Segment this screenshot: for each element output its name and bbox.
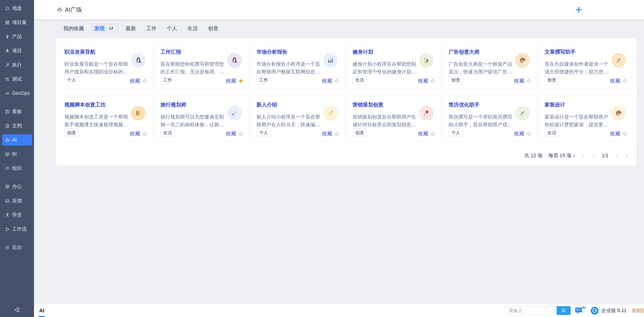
- card-category-tag: 工作: [256, 76, 271, 84]
- sidebar-divider: [4, 238, 30, 238]
- card-description: 视频脚本创意工房是一个帮助新手视频博主快速梳理视频…: [64, 113, 129, 129]
- search-box: [505, 306, 570, 315]
- tab-label: 工作: [146, 25, 156, 32]
- star-empty-icon: [526, 131, 532, 136]
- last-page-button[interactable]: [625, 154, 629, 158]
- sidebar-item-办公[interactable]: OA办公: [2, 181, 32, 192]
- favorite-label: 收藏: [418, 130, 428, 137]
- sidebar-item-执行[interactable]: 执行: [2, 59, 32, 71]
- next-page-button[interactable]: [615, 154, 619, 158]
- sidebar-item-label: 看板: [12, 108, 22, 115]
- sidebar-item-后台[interactable]: 后台: [2, 242, 32, 253]
- sidebar-item-测试[interactable]: 测试: [2, 74, 32, 85]
- sidebar-item-看板[interactable]: 看板: [2, 106, 32, 117]
- favorite-button[interactable]: 收藏: [130, 77, 148, 84]
- sidebar-item-文档[interactable]: 文档: [2, 120, 32, 131]
- favorite-label: 收藏: [322, 130, 332, 137]
- star-empty-icon: [238, 131, 244, 136]
- sidebar-item-label: 文档: [12, 122, 22, 129]
- card-category-tag: 个人: [448, 129, 463, 137]
- favorite-button[interactable]: 收藏: [226, 77, 244, 84]
- favorite-button[interactable]: 收藏: [322, 77, 340, 84]
- sidebar-item-AI[interactable]: AI: [2, 134, 32, 146]
- bottom-tab-ai[interactable]: AI: [39, 304, 44, 317]
- app-card[interactable]: 广告创意大师 广告创意大师是一个根据产品卖点，快速为用户提供广告… 创意 收藏: [443, 42, 537, 89]
- add-button[interactable]: [575, 6, 583, 14]
- sidebar-item-BI[interactable]: BI: [2, 148, 32, 160]
- card-category-tag: 创意: [544, 76, 559, 84]
- sidebar-item-工作流[interactable]: 工作流: [2, 223, 32, 235]
- first-page-button[interactable]: [581, 154, 585, 158]
- sidebar-item-学堂[interactable]: 学堂: [2, 209, 32, 221]
- sidebar-divider: [4, 102, 30, 102]
- school-icon: [5, 212, 10, 217]
- app-card[interactable]: 家装设计 家装设计是一个旨在帮助用户轻松设计梦想家居，提供更… 生活 收藏: [539, 94, 633, 142]
- desert-icon: [419, 53, 434, 68]
- card-description: 健身计划小程序旨在帮助您制定和管理个性化的健身计划…: [352, 60, 418, 76]
- rocket-icon: [5, 48, 10, 53]
- favorite-button[interactable]: 收藏: [418, 130, 436, 137]
- sidebar-item-组织[interactable]: 组织: [2, 163, 32, 174]
- monitor-chart-icon: [5, 152, 10, 157]
- kanban-icon: [5, 109, 10, 114]
- sidebar-item-反馈[interactable]: 反馈: [2, 195, 32, 206]
- sidebar-item-label: 执行: [12, 62, 22, 68]
- per-page-select[interactable]: 每页 15 项 ▾: [548, 152, 575, 159]
- app-card[interactable]: 新人介绍 新人介绍小程序是一个旨在帮助用户在入职当天，快速编… 个人 收藏: [251, 94, 345, 142]
- card-description: 职业发展导航是一个旨在帮助用户规划和实现职业目标的A…: [64, 60, 129, 76]
- app-card[interactable]: 工作汇报 旨在帮助您轻松撰写和管理您的工作汇报。无论是每周、… 工作 收藏: [155, 42, 249, 89]
- tab-工作[interactable]: 工作: [143, 23, 160, 34]
- card-description: 旅行规划师可以为您量身定制独一无二的旅程体验，让旅…: [160, 113, 226, 129]
- robot-icon: [57, 7, 62, 13]
- favorite-button[interactable]: 收藏: [514, 77, 532, 84]
- sidebar-nav: 地盘项目集产品项目执行测试DevOps看板文档AIBI组织OA办公反馈学堂工作流…: [0, 0, 34, 253]
- tab-生活[interactable]: 生活: [184, 23, 201, 34]
- search-button[interactable]: [557, 306, 570, 315]
- search-input[interactable]: [505, 306, 557, 315]
- svg-text:OA: OA: [6, 185, 8, 187]
- star-empty-icon: [142, 131, 148, 136]
- sidebar-item-label: 项目: [12, 48, 22, 54]
- star-empty-icon: [142, 78, 148, 84]
- sidebar-collapse-button[interactable]: [0, 307, 34, 314]
- app-card[interactable]: 简历优化助手 简历撰写是一个求职简历撰写的小助手，旨在帮助用户优… 个人 收藏: [443, 94, 537, 142]
- sidebar: 地盘项目集产品项目执行测试DevOps看板文档AIBI组织OA办公反馈学堂工作流…: [0, 0, 34, 317]
- tab-label: 创意: [208, 25, 218, 32]
- chat-ai-label: AI: [582, 305, 586, 309]
- favorite-button[interactable]: 收藏: [610, 130, 628, 137]
- app-card[interactable]: 职业发展导航 职业发展导航是一个旨在帮助用户规划和实现职业目标的A… 个人 收藏: [59, 42, 153, 89]
- favorite-button[interactable]: 收藏: [322, 130, 340, 137]
- card-description: 家装设计是一个旨在帮助用户轻松设计梦想家居，提供更…: [544, 113, 610, 129]
- tab-我的收藏[interactable]: 我的收藏: [60, 23, 87, 34]
- gear-icon: [5, 245, 10, 250]
- favorite-button[interactable]: 收藏: [610, 77, 628, 84]
- tab-最新[interactable]: 最新: [122, 23, 139, 34]
- sidebar-item-项目集[interactable]: 项目集: [2, 17, 32, 28]
- sidebar-item-DevOps[interactable]: DevOps: [2, 88, 32, 99]
- favorite-button[interactable]: 收藏: [514, 130, 532, 137]
- pencil-icon: [323, 106, 338, 120]
- sidebar-item-项目[interactable]: 项目: [2, 45, 32, 57]
- app-card[interactable]: 健身计划 健身计划小程序旨在帮助您制定和管理个性化的健身计划… 生活 收藏: [347, 42, 441, 89]
- app-card[interactable]: 营销策划创意 营销策划创意旨在帮助用户生成针对目标受众的策划创意… 创意 收藏: [347, 94, 441, 142]
- favorite-button[interactable]: 收藏: [130, 130, 148, 137]
- sidebar-item-地盘[interactable]: 地盘: [2, 3, 32, 14]
- prev-page-button[interactable]: [591, 154, 596, 158]
- favorite-button[interactable]: 收藏: [226, 130, 244, 137]
- sidebar-item-产品[interactable]: 产品: [2, 31, 32, 42]
- card-description: 市场分析报告小程序是一个旨在帮助用户根据互联网信息…: [256, 60, 321, 76]
- tab-创意[interactable]: 创意: [205, 23, 222, 34]
- cards-grid: 职业发展导航 职业发展导航是一个旨在帮助用户规划和实现职业目标的A… 个人 收藏…: [59, 42, 633, 142]
- collapse-menu-icon: [14, 307, 20, 314]
- app-card[interactable]: 视频脚本创意工坊 视频脚本创意工房是一个帮助新手视频博主快速梳理视频… 创意 收…: [59, 94, 153, 142]
- tab-个人[interactable]: 个人: [164, 23, 180, 34]
- app-card[interactable]: 文章撰写助手 旨在为自媒体创作者提供一个强大而便捷的平台，助力您… 创意 收藏: [539, 42, 633, 89]
- ai-chat-button[interactable]: AI: [575, 306, 586, 315]
- app-card[interactable]: 旅行规划师 旅行规划师可以为您量身定制独一无二的旅程体验，让旅… 生活 收藏: [155, 94, 249, 142]
- sidebar-item-label: 项目集: [12, 19, 27, 26]
- app-card[interactable]: 市场分析报告 市场分析报告小程序是一个旨在帮助用户根据互联网信息… 工作 收藏: [251, 42, 345, 89]
- edition-link[interactable]: 旗舰版: [632, 307, 644, 314]
- favorite-button[interactable]: 收藏: [418, 77, 436, 84]
- tab-发现[interactable]: 发现12: [91, 23, 119, 34]
- user-avatar[interactable]: A: [588, 6, 597, 14]
